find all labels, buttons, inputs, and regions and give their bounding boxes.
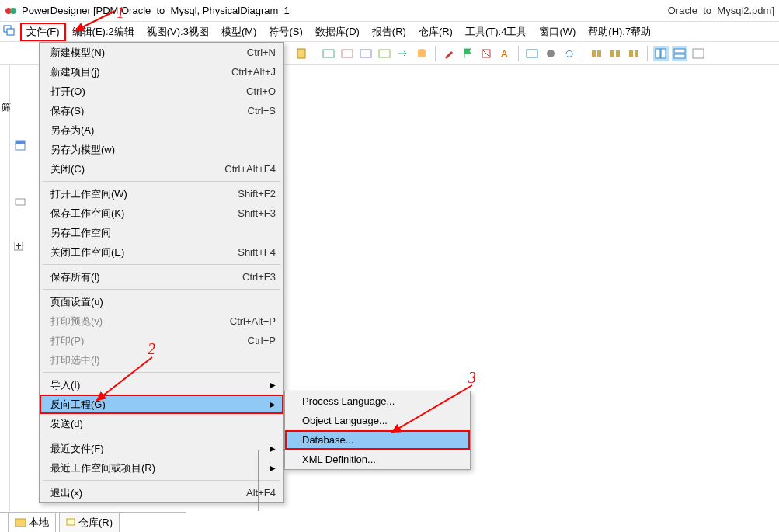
toolbar-flag-icon[interactable] (460, 46, 475, 61)
menu-repository[interactable]: 仓库(R) (412, 23, 459, 41)
bottom-tab-repository[interactable]: 仓库(R) (59, 513, 120, 532)
svg-rect-22 (661, 49, 666, 58)
menu-separator (43, 372, 280, 373)
menu-recent-files[interactable]: 最近文件(F)▶ (40, 439, 283, 458)
submenu-object-language[interactable]: Object Language... (285, 411, 470, 430)
menu-print[interactable]: 打印(P)Ctrl+P (40, 331, 283, 350)
menu-print-selection[interactable]: 打印选中(l) (40, 350, 283, 370)
menu-tools[interactable]: 工具(T):4工具 (459, 23, 533, 41)
menubar: 文件(F) 编辑(E):2编辑 视图(V):3视图 模型(M) 符号(S) 数据… (0, 22, 779, 42)
toolbar-delete-icon[interactable] (478, 46, 494, 61)
chevron-right-icon: ▶ (270, 464, 276, 472)
bottom-tabbar: 本地 仓库(R) (0, 512, 186, 532)
menu-exit[interactable]: 退出(x)Alt+F4 (40, 483, 283, 502)
toolbar-gear-icon[interactable] (543, 46, 558, 61)
menu-new-project[interactable]: 新建项目(j)Ctrl+Alt+J (40, 62, 283, 82)
bottom-tab-local[interactable]: 本地 (8, 513, 56, 532)
database-icon (66, 516, 75, 530)
menu-separator (43, 436, 280, 436)
tree-plus-icon[interactable] (14, 242, 26, 254)
toolbar-refresh-icon[interactable] (562, 46, 577, 61)
menu-save-workspace[interactable]: 保存工作空间(K)Shift+F3 (40, 203, 283, 223)
menu-new-model[interactable]: 新建模型(N)Ctrl+N (40, 43, 283, 62)
svg-rect-7 (360, 50, 371, 57)
toolbar-link3-icon[interactable] (626, 46, 642, 61)
toolbar-table2-icon[interactable] (339, 46, 355, 61)
svg-rect-3 (7, 29, 14, 35)
file-dropdown: 新建模型(N)Ctrl+N 新建项目(j)Ctrl+Alt+J 打开(O)Ctr… (39, 42, 284, 503)
menu-view[interactable]: 视图(V):3视图 (141, 23, 215, 41)
menu-page-setup[interactable]: 页面设置(u) (40, 292, 283, 311)
toolbar-table3-icon[interactable] (358, 46, 374, 61)
menu-window[interactable]: 窗口(W) (533, 23, 582, 41)
svg-rect-30 (15, 519, 26, 527)
menu-save-as[interactable]: 另存为(A) (40, 120, 283, 140)
left-sidebar-strip[interactable]: 筛 (0, 65, 10, 511)
menu-file[interactable]: 文件(F) (20, 23, 66, 41)
menu-send[interactable]: 发送(d) (40, 414, 283, 433)
svg-rect-21 (656, 49, 660, 58)
svg-rect-28 (16, 199, 25, 205)
menu-open-workspace[interactable]: 打开工作空间(W)Shift+F2 (40, 184, 283, 203)
toolbar-table1-icon[interactable] (321, 46, 336, 61)
menu-separator (43, 264, 280, 265)
title-tail: Oracle_to_Mysql2.pdm] (668, 5, 774, 16)
toolbar-link2-icon[interactable] (607, 46, 623, 61)
menu-report[interactable]: 报告(R) (366, 23, 412, 41)
chevron-right-icon: ▶ (270, 400, 276, 409)
svg-rect-23 (674, 49, 685, 53)
svg-rect-32 (67, 519, 75, 525)
submenu-xml-definition[interactable]: XML Definition... (285, 450, 470, 469)
title-doc: [PDM Oracle_to_Mysql, PhysicalDiagram_1 (93, 5, 290, 16)
toolbar-pen-icon[interactable] (441, 46, 457, 61)
tree-icon-stack (14, 139, 26, 254)
svg-rect-24 (674, 54, 685, 58)
svg-rect-8 (379, 50, 390, 57)
menu-separator (43, 181, 280, 182)
pane-divider[interactable] (258, 450, 259, 511)
submenu-process-language[interactable]: Process Language... (285, 391, 470, 411)
svg-rect-13 (527, 50, 537, 57)
svg-text:A: A (501, 48, 508, 60)
menu-save-workspace-as[interactable]: 另存工作空间 (40, 223, 283, 242)
tree-db-icon[interactable] (14, 139, 26, 151)
toolbar-text-a-icon[interactable]: A (497, 46, 513, 61)
submenu-database[interactable]: Database... (285, 430, 470, 450)
toolbar-sql-icon[interactable] (524, 46, 540, 61)
tree-folder-icon[interactable] (14, 195, 26, 207)
toolbar-table4-icon[interactable] (377, 46, 392, 61)
menu-separator (43, 480, 280, 481)
toolbar-panel3-icon[interactable] (690, 46, 706, 61)
toolbar-panel2-icon[interactable] (672, 46, 687, 61)
menu-save[interactable]: 保存(S)Ctrl+S (40, 101, 283, 120)
menu-model[interactable]: 模型(M) (215, 23, 263, 41)
menu-print-preview[interactable]: 打印预览(v)Ctrl+Alt+P (40, 311, 283, 331)
svg-rect-16 (597, 50, 601, 57)
menu-save-all[interactable]: 保存所有(l)Ctrl+F3 (40, 267, 283, 287)
menu-symbol[interactable]: 符号(S) (263, 23, 308, 41)
menu-database[interactable]: 数据库(D) (309, 23, 366, 41)
menu-help[interactable]: 帮助(H):7帮助 (582, 23, 657, 41)
svg-rect-27 (16, 141, 25, 144)
menu-close-workspace[interactable]: 关闭工作空间(E)Shift+F4 (40, 242, 283, 262)
toolbar-link-icon[interactable] (589, 46, 604, 61)
menu-save-as-model[interactable]: 另存为模型(w) (40, 140, 283, 159)
menu-reverse-engineer[interactable]: 反向工程(G)▶ (40, 395, 283, 414)
menu-import[interactable]: 导入(I)▶ (40, 375, 283, 395)
folder-icon (15, 517, 26, 529)
svg-rect-25 (693, 49, 704, 58)
toolbar-panel1-icon[interactable] (653, 46, 669, 61)
menu-recent-workspaces[interactable]: 最近工作空间或项目(R)▶ (40, 458, 283, 478)
menu-close[interactable]: 关闭(C)Ctrl+Alt+F4 (40, 159, 283, 179)
chevron-right-icon: ▶ (270, 444, 276, 453)
menu-edit[interactable]: 编辑(E):2编辑 (66, 23, 141, 41)
svg-rect-10 (418, 50, 426, 57)
toolbar-db-icon[interactable] (414, 46, 429, 61)
toolbar-paste-icon[interactable] (294, 46, 309, 61)
menu-open[interactable]: 打开(O)Ctrl+O (40, 82, 283, 101)
title-app: PowerDesigner (22, 5, 91, 16)
toolbar-arrow-icon[interactable] (395, 46, 411, 61)
svg-rect-15 (592, 50, 596, 57)
window-icon (3, 25, 16, 38)
reverse-engineer-submenu: Process Language... Object Language... D… (284, 391, 471, 470)
